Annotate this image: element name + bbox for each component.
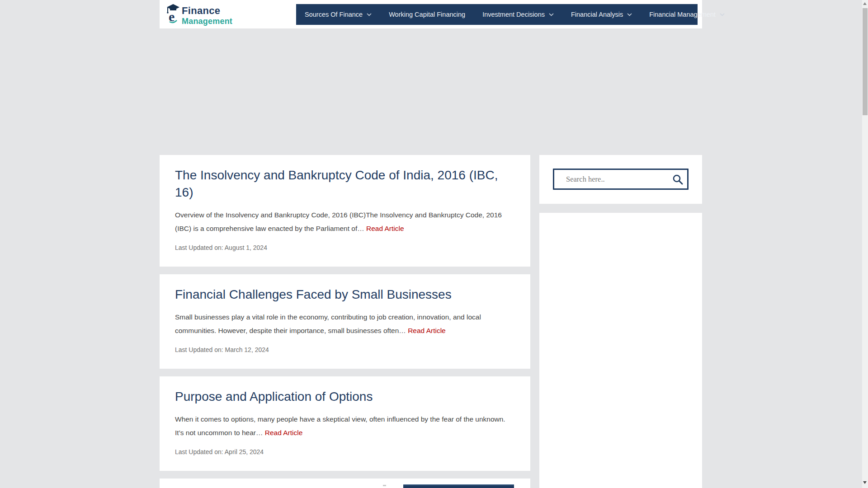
chevron-down-icon: [549, 13, 554, 16]
article-excerpt: Small businesses play a vital role in th…: [175, 310, 515, 338]
article-last-updated: Last Updated on: March 12, 2024: [175, 344, 515, 355]
nav-item-financial-management[interactable]: Financial Management: [641, 4, 733, 25]
partial-embed-top-bar: [403, 484, 514, 488]
search-input[interactable]: [553, 169, 689, 190]
read-article-link[interactable]: Read Article: [265, 429, 303, 436]
read-article-link[interactable]: Read Article: [366, 225, 404, 232]
header: e Finance Management Sources Of Finance …: [160, 0, 702, 28]
main-navigation: Sources Of Finance Working Capital Finan…: [296, 4, 698, 25]
partial-embed-fragment: [383, 485, 386, 486]
article-card: Financial Challenges Faced by Small Busi…: [160, 274, 530, 369]
article-excerpt: When it comes to options, many people ha…: [175, 413, 515, 440]
article-title[interactable]: Purpose and Application of Options: [175, 388, 515, 405]
nav-item-financial-analysis[interactable]: Financial Analysis: [562, 4, 641, 25]
search-icon: [672, 174, 684, 185]
article-excerpt-text: When it comes to options, many people ha…: [175, 415, 505, 436]
logo-text-management: Management: [182, 17, 232, 25]
nav-item-sources-of-finance[interactable]: Sources Of Finance: [296, 4, 380, 25]
article-last-updated: Last Updated on: August 1, 2024: [175, 242, 515, 253]
chevron-down-icon: [720, 13, 725, 16]
nav-item-label: Investment Decisions: [482, 11, 545, 18]
sidebar-ad-placeholder: [539, 213, 702, 488]
article-card: The Insolvency and Bankruptcy Code of In…: [160, 155, 530, 267]
graduation-cap-e-logo-icon: e: [165, 3, 181, 25]
article-list: The Insolvency and Bankruptcy Code of In…: [160, 155, 530, 479]
article-card-partial: [160, 479, 530, 488]
article-excerpt: Overview of the Insolvency and Bankruptc…: [175, 208, 515, 235]
article-card: Purpose and Application of Options When …: [160, 376, 530, 471]
scrollbar-down-arrow-icon[interactable]: [863, 481, 867, 484]
article-last-updated: Last Updated on: April 25, 2024: [175, 446, 515, 457]
article-title[interactable]: The Insolvency and Bankruptcy Code of In…: [175, 167, 515, 201]
scrollbar-thumb[interactable]: [863, 8, 868, 115]
search-widget: [539, 155, 702, 204]
chevron-down-icon: [627, 13, 632, 16]
nav-item-investment-decisions[interactable]: Investment Decisions: [474, 4, 562, 25]
article-title[interactable]: Financial Challenges Faced by Small Busi…: [175, 286, 515, 303]
article-excerpt-text: Overview of the Insolvency and Bankruptc…: [175, 211, 502, 232]
nav-item-label: Sources Of Finance: [305, 11, 363, 18]
page-scrollbar[interactable]: [862, 0, 868, 488]
chevron-down-icon: [367, 13, 372, 16]
nav-item-label: Financial Analysis: [571, 11, 623, 18]
site-logo[interactable]: e Finance Management: [165, 3, 232, 25]
nav-item-working-capital-financing[interactable]: Working Capital Financing: [380, 4, 474, 25]
scrollbar-up-arrow-icon[interactable]: [863, 2, 867, 5]
sidebar: [539, 155, 702, 488]
logo-text-finance: Finance: [182, 6, 232, 16]
nav-item-label: Financial Management: [649, 11, 716, 18]
nav-item-label: Working Capital Financing: [389, 11, 465, 18]
read-article-link[interactable]: Read Article: [408, 327, 446, 334]
search-button[interactable]: [671, 173, 684, 186]
